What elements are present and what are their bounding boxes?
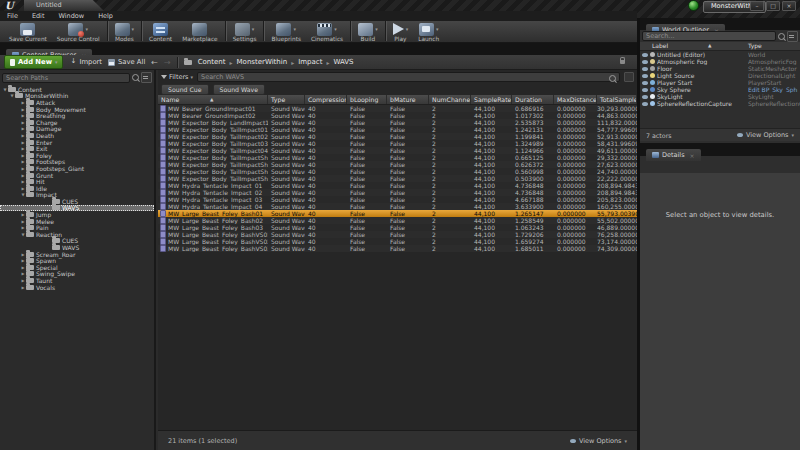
save-all-button[interactable]: Save All	[108, 58, 145, 66]
tree-item-content[interactable]: ▼Content	[0, 86, 154, 93]
column-header-name[interactable]: Name▲	[158, 95, 268, 104]
tree-item-exit[interactable]: ▶Exit	[0, 145, 154, 152]
table-row[interactable]: MW_Large_Beast_Foley_Bash01Sound Wave40F…	[158, 210, 637, 217]
toolbar-content[interactable]: Content	[149, 22, 172, 42]
save-search-button[interactable]	[624, 72, 634, 82]
table-row[interactable]: MW_Bearer_GroundImpact02Sound Wave40Fals…	[158, 112, 637, 119]
table-row[interactable]: MW_Expector_Body_TailImpactShort04Sound …	[158, 175, 637, 182]
table-row[interactable]: MW_Hydra_Tentacle_Impact_01Sound Wave40F…	[158, 182, 637, 189]
tree-item-scream-roar[interactable]: ▶Scream_Roar	[0, 251, 154, 258]
column-header-bmature[interactable]: bMature	[387, 95, 429, 104]
visibility-eye-icon[interactable]	[642, 53, 648, 57]
table-row[interactable]: MW_Expector_Body_TailImpact03Sound Wave4…	[158, 140, 637, 147]
outliner-row-untitled-editor-[interactable]: Untitled (Editor)World	[640, 51, 800, 58]
outliner-view-options-button[interactable]: View Options ▾	[737, 131, 794, 139]
sources-view-button[interactable]	[141, 72, 152, 83]
toolbar-modes[interactable]: ▾Modes	[115, 22, 135, 42]
toolbar-blueprints[interactable]: ▾Blueprints	[271, 22, 300, 42]
tree-item-death[interactable]: ▶Death	[0, 132, 154, 139]
breadcrumb-item-impact[interactable]: Impact	[298, 58, 322, 66]
tree-item-vocals[interactable]: ▶Vocals	[0, 284, 154, 291]
visibility-eye-icon[interactable]	[642, 67, 648, 71]
tree-item-special[interactable]: ▶Special	[0, 264, 154, 271]
outliner-row-light-source[interactable]: Light SourceDirectionalLight	[640, 72, 800, 79]
add-new-button[interactable]: Add New ▾	[4, 55, 63, 69]
menu-file[interactable]: File	[0, 12, 25, 20]
close-tab-icon[interactable]: ×	[690, 152, 695, 159]
table-row[interactable]: MW_Expector_Body_TailImpact01Sound Wave4…	[158, 126, 637, 133]
column-header-maxdistance[interactable]: MaxDistance	[554, 95, 597, 104]
visibility-eye-icon[interactable]	[642, 74, 648, 78]
visibility-eye-icon[interactable]	[642, 95, 648, 99]
table-row[interactable]: MW_Hydra_Tentacle_Impact_03Sound Wave40F…	[158, 196, 637, 203]
column-header-compressionqual[interactable]: CompressionQual	[305, 95, 347, 104]
outliner-row-skylight[interactable]: SkyLightSkyLight	[640, 93, 800, 100]
outliner-row-sky-sphere[interactable]: Sky SphereEdit BP_Sky_Sph	[640, 86, 800, 93]
minimize-button[interactable]: –	[750, 1, 764, 11]
menu-edit[interactable]: Edit	[25, 12, 52, 20]
tree-item-wavs[interactable]: WAVS	[0, 205, 154, 212]
column-header-blooping[interactable]: bLooping	[347, 95, 387, 104]
import-button[interactable]: Import	[69, 58, 102, 66]
tree-item-jump[interactable]: ▶Jump	[0, 211, 154, 218]
toolbar-build[interactable]: ▾Build	[358, 22, 378, 42]
outliner-row-floor[interactable]: FloorStaticMeshActor	[640, 65, 800, 72]
level-tab[interactable]: Untitled	[24, 0, 104, 11]
column-header-totalsamples[interactable]: TotalSamples	[597, 95, 637, 104]
table-row[interactable]: MW_Bearer_GroundImpact01Sound Wave40Fals…	[158, 105, 637, 112]
tree-item-swing-swipe[interactable]: ▶Swing_Swipe	[0, 271, 154, 278]
outliner-row-atmospheric-fog[interactable]: Atmospheric FogAtmosphericFog	[640, 58, 800, 65]
table-row[interactable]: MW_Expector_Body_TailImpact04Sound Wave4…	[158, 147, 637, 154]
visibility-eye-icon[interactable]	[642, 102, 648, 106]
table-row[interactable]: MW_Large_Beast_Foley_BashVS03Sound Wave4…	[158, 245, 637, 252]
tree-item-monsterwithin[interactable]: ▼MonsterWithin	[0, 93, 154, 100]
outliner-settings-button[interactable]	[787, 31, 798, 42]
tree-item-melee[interactable]: ▶Melee	[0, 218, 154, 225]
tab-details[interactable]: Details ×	[646, 149, 701, 161]
view-options-button[interactable]: View Options ▾	[570, 437, 627, 445]
breadcrumb-item-content[interactable]: Content	[198, 58, 226, 66]
toolbar-settings[interactable]: ▾Settings	[233, 22, 257, 42]
visibility-eye-icon[interactable]	[642, 60, 648, 64]
label-column-header[interactable]: Label	[640, 42, 748, 50]
filter-chip-sound-wave[interactable]: Sound Wave	[213, 84, 265, 95]
outliner-row-spherereflectioncapture[interactable]: SphereReflectionCaptureSphereReflectionC	[640, 100, 800, 107]
lock-icon[interactable]	[620, 60, 625, 64]
asset-search-input[interactable]	[197, 72, 620, 82]
table-row[interactable]: MW_Expector_Body_LandImpact1Sound Wave40…	[158, 119, 637, 126]
table-row[interactable]: MW_Expector_Body_TailImpactShort02Sound …	[158, 161, 637, 168]
table-row[interactable]: MW_Large_Beast_Foley_BashVS01Sound Wave4…	[158, 231, 637, 238]
back-button[interactable]: ←	[151, 58, 158, 67]
maximize-button[interactable]: □	[766, 1, 780, 11]
table-row[interactable]: MW_Hydra_Tentacle_Impact_02Sound Wave40F…	[158, 189, 637, 196]
tree-item-taunt[interactable]: ▶Taunt	[0, 277, 154, 284]
column-header-type[interactable]: Type	[268, 95, 305, 104]
toolbar-play[interactable]: ▾Play	[393, 22, 409, 42]
chevron-down-icon[interactable]: ▾	[252, 26, 255, 32]
table-row[interactable]: MW_Large_Beast_Foley_BashVS02Sound Wave4…	[158, 238, 637, 245]
tree-item-pain[interactable]: ▶Pain	[0, 224, 154, 231]
filters-button[interactable]: Filters ▾	[161, 73, 193, 81]
menu-window[interactable]: Window	[51, 12, 91, 20]
tree-item-charge[interactable]: ▶Charge	[0, 119, 154, 126]
search-paths-input[interactable]	[2, 73, 130, 83]
toolbar-source-control[interactable]: ▾Source Control	[57, 22, 100, 42]
chevron-down-icon[interactable]: ▾	[334, 26, 337, 32]
breadcrumb-item-monsterwithin[interactable]: MonsterWithin	[237, 58, 288, 66]
column-header-samplerate[interactable]: SampleRate	[471, 95, 512, 104]
tree-item-breathing[interactable]: ▶Breathing	[0, 112, 154, 119]
forward-button[interactable]: →	[164, 58, 171, 67]
menu-help[interactable]: Help	[91, 12, 120, 20]
tree-item-hit[interactable]: ▶Hit	[0, 178, 154, 185]
toolbar-cinematics[interactable]: ▾Cinematics	[311, 22, 343, 42]
table-row[interactable]: MW_Large_Beast_Foley_Bash03Sound Wave40F…	[158, 224, 637, 231]
table-row[interactable]: MW_Expector_Body_TailImpactShort01Sound …	[158, 154, 637, 161]
chevron-down-icon[interactable]: ▾	[436, 26, 439, 32]
type-column-header[interactable]: Type	[748, 42, 800, 50]
visibility-eye-icon[interactable]	[642, 81, 648, 85]
chevron-down-icon[interactable]: ▾	[406, 26, 409, 32]
chevron-down-icon[interactable]: ▾	[132, 26, 135, 32]
filter-chip-sound-cue[interactable]: Sound Cue	[161, 84, 209, 95]
tree-item-enter[interactable]: ▶Enter	[0, 139, 154, 146]
tree-item-grunt[interactable]: ▶Grunt	[0, 172, 154, 179]
